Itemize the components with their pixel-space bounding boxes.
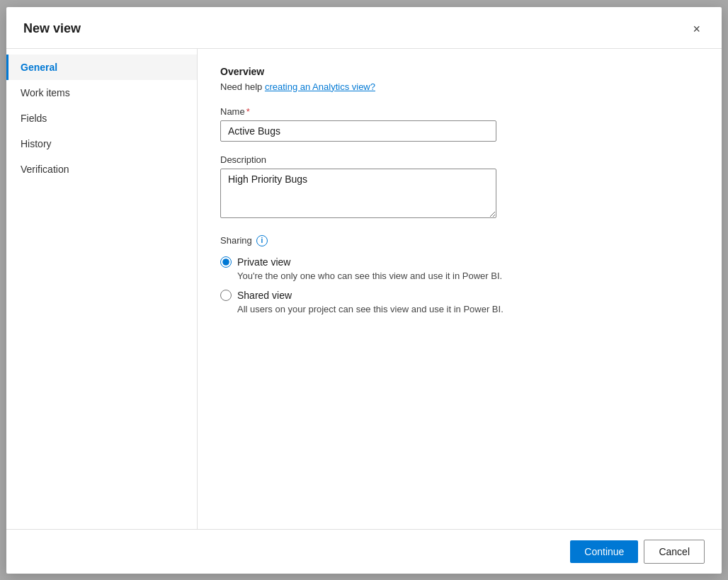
info-icon[interactable]: i <box>256 235 268 246</box>
sidebar-item-history[interactable]: History <box>6 131 197 157</box>
sidebar-item-general[interactable]: General <box>6 55 197 80</box>
sidebar-item-verification[interactable]: Verification <box>6 157 197 182</box>
help-text: Need help creating an Analytics view? <box>220 81 699 92</box>
overview-title: Overview <box>220 66 699 77</box>
name-group: Name* <box>220 106 699 142</box>
private-view-radio[interactable] <box>220 256 232 268</box>
name-label: Name* <box>220 106 699 117</box>
sidebar-item-fields[interactable]: Fields <box>6 106 197 131</box>
shared-view-radio[interactable] <box>220 290 232 301</box>
required-star: * <box>246 106 250 117</box>
shared-view-label[interactable]: Shared view <box>220 290 699 301</box>
dialog-title: New view <box>23 21 81 36</box>
sharing-section: Sharing i Private view You're the only o… <box>220 235 699 314</box>
continue-button[interactable]: Continue <box>570 540 638 563</box>
description-label: Description <box>220 154 699 165</box>
new-view-dialog: New view × General Work items Fields His… <box>6 7 722 574</box>
sharing-title: Sharing <box>220 235 252 246</box>
analytics-view-link[interactable]: creating an Analytics view? <box>265 81 375 92</box>
sharing-header: Sharing i <box>220 235 699 246</box>
cancel-button[interactable]: Cancel <box>644 540 705 564</box>
main-content: Overview Need help creating an Analytics… <box>198 49 722 529</box>
dialog-body: General Work items Fields History Verifi… <box>6 49 722 529</box>
sidebar: General Work items Fields History Verifi… <box>6 49 198 529</box>
description-group: Description High Priority Bugs <box>220 154 699 221</box>
private-view-option: Private view You're the only one who can… <box>220 256 699 281</box>
shared-view-desc: All users on your project can see this v… <box>237 304 699 314</box>
close-button[interactable]: × <box>688 20 705 38</box>
dialog-overlay: New view × General Work items Fields His… <box>0 0 728 580</box>
private-view-desc: You're the only one who can see this vie… <box>237 271 699 281</box>
dialog-header: New view × <box>6 7 722 49</box>
shared-view-option: Shared view All users on your project ca… <box>220 290 699 314</box>
dialog-footer: Continue Cancel <box>6 529 722 574</box>
private-view-label[interactable]: Private view <box>220 256 699 268</box>
description-input[interactable]: High Priority Bugs <box>220 169 496 218</box>
name-input[interactable] <box>220 120 496 142</box>
sidebar-item-work-items[interactable]: Work items <box>6 80 197 106</box>
